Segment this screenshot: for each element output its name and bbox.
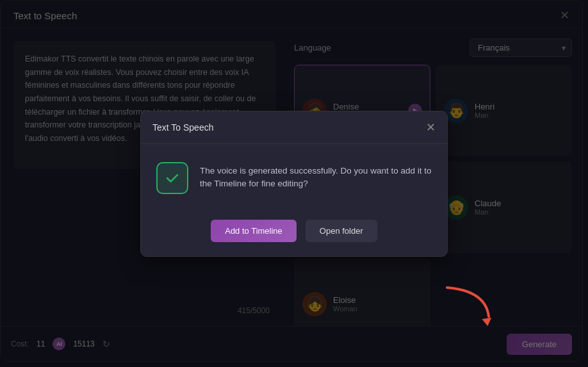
dialog-body: The voice is generated successfully. Do … [141,144,447,212]
dialog-message: The voice is generated successfully. Do … [200,162,432,192]
dialog-footer: Add to Timeline Open folder [141,212,447,256]
add-to-timeline-button[interactable]: Add to Timeline [211,220,297,242]
open-folder-button[interactable]: Open folder [306,220,377,242]
check-icon [156,162,188,194]
dialog-overlay: Text To Speech ✕ The voice is generated … [0,0,588,367]
dialog-header: Text To Speech ✕ [141,111,447,144]
dialog-title: Text To Speech [152,122,213,133]
dialog: Text To Speech ✕ The voice is generated … [140,111,448,257]
dialog-close-button[interactable]: ✕ [426,120,436,135]
